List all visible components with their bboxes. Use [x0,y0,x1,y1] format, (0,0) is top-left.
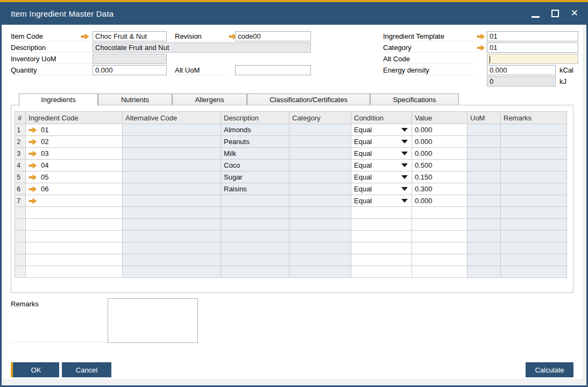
ingredient-code-cell[interactable] [26,219,123,231]
condition-cell[interactable]: Equal [351,136,412,148]
condition-dropdown[interactable]: Equal [354,171,409,183]
ingredient-template-link-arrow-icon[interactable] [477,33,485,40]
ingredient-link-arrow-icon[interactable] [29,139,37,145]
remarks-cell [501,254,567,266]
dropdown-arrow-icon [401,175,408,179]
condition-cell[interactable]: Equal [351,148,412,160]
condition-cell[interactable]: Equal [351,195,412,207]
tab-classification-certificates[interactable]: Classification/Certificates [247,94,370,105]
ingredient-code-cell[interactable]: 01 [26,124,123,136]
calculate-button[interactable]: Calculate [526,362,573,377]
item-code-link-arrow-icon[interactable] [81,33,89,40]
revision-label: Revision [175,32,226,41]
condition-dropdown[interactable]: Equal [354,148,409,159]
row-number-cell [15,231,26,242]
condition-cell[interactable]: Equal [351,183,412,195]
table-row [15,266,567,278]
ingredient-code-cell[interactable]: 04 [26,160,123,171]
ingredient-code-cell[interactable]: 06 [26,183,123,195]
tab-specifications[interactable]: Specifications [370,94,459,105]
value-cell[interactable] [412,254,467,266]
value-cell[interactable] [412,242,467,254]
ingredient-code-cell[interactable]: 05 [26,171,123,183]
alt-uom-field[interactable] [235,65,311,75]
ingredient-link-arrow-icon[interactable] [29,127,37,133]
tab-allergens[interactable]: Allergens [172,94,247,105]
row-number-cell [15,219,26,231]
value-cell[interactable]: 0.000 [412,136,467,148]
ingredient-link-arrow-icon[interactable] [29,150,37,157]
ingredient-code-text: 04 [41,161,48,169]
revision-field[interactable]: code00 [235,31,311,41]
ingredient-link-arrow-icon[interactable] [29,186,37,192]
category-field[interactable]: 01 [487,42,578,53]
condition-cell[interactable] [351,266,412,278]
ingredient-code-cell[interactable] [26,254,123,266]
ingredient-link-arrow-icon[interactable] [29,162,37,169]
value-cell[interactable]: 0.000 [412,124,467,136]
ingredient-code-cell[interactable] [26,207,123,219]
minimize-icon[interactable] [532,16,540,18]
condition-cell[interactable] [351,242,412,254]
ingredient-code-text: 01 [41,126,48,134]
category-cell [289,242,351,254]
value-cell[interactable] [412,219,467,231]
alt-code-field[interactable] [487,54,578,64]
value-cell[interactable]: 0.000 [412,148,467,160]
category-label: Category [383,43,474,53]
dropdown-arrow-icon [401,199,408,203]
ingredient-code-cell[interactable]: 02 [26,136,123,148]
text-cursor [490,56,490,63]
condition-cell[interactable] [351,231,412,242]
value-cell[interactable]: 0.300 [412,183,467,195]
ingredient-template-field[interactable]: 01 [487,31,578,41]
ingredient-code-cell[interactable] [26,242,123,254]
alternative-code-cell [123,254,221,266]
condition-cell[interactable]: Equal [351,124,412,136]
ok-button[interactable]: OK [11,362,59,377]
condition-dropdown[interactable]: Equal [354,136,409,147]
ingredient-link-arrow-icon[interactable] [29,174,37,181]
alternative-code-cell [123,136,221,148]
value-cell[interactable] [412,266,467,278]
condition-cell[interactable] [351,254,412,266]
ingredient-link-arrow-icon[interactable] [29,198,37,204]
condition-cell[interactable]: Equal [351,171,412,183]
category-link-arrow-icon[interactable] [477,45,485,51]
condition-dropdown[interactable]: Equal [354,183,409,195]
table-row: 4 04 Coco Equal 0.500 [15,160,567,171]
ingredient-code-cell[interactable] [26,195,123,207]
titlebar[interactable]: Item Ingredient Master Data ✕ [0,2,588,25]
value-cell[interactable] [412,231,467,242]
value-cell[interactable]: 0.500 [412,160,467,171]
condition-cell[interactable]: Equal [351,160,412,171]
condition-dropdown[interactable]: Equal [354,124,409,135]
close-icon[interactable]: ✕ [571,10,578,17]
condition-dropdown[interactable]: Equal [354,195,409,206]
condition-cell[interactable] [351,207,412,219]
description-cell [221,207,289,219]
ingredient-code-cell[interactable]: 03 [26,148,123,160]
quantity-field[interactable]: 0.000 [93,65,167,75]
row-number-cell: 6 [15,183,26,195]
remarks-underline [11,342,108,342]
table-row: 6 06 Raisins Equal 0.300 [15,183,567,195]
ingredient-code-cell[interactable] [26,266,123,278]
cancel-button[interactable]: Cancel [62,362,111,377]
maximize-icon[interactable] [551,10,559,17]
value-cell[interactable] [412,207,467,219]
col-header-uom: UoM [467,112,501,124]
tab-ingredients[interactable]: Ingredients [19,94,98,106]
remarks-textarea[interactable] [108,298,198,343]
ingredient-code-cell[interactable] [26,231,123,242]
ingredient-code-text: 02 [41,138,48,146]
value-cell[interactable]: 0.150 [412,171,467,183]
value-cell[interactable]: 0.000 [412,195,467,207]
condition-dropdown[interactable]: Equal [354,160,409,171]
item-code-field[interactable]: Choc Fruit & Nut [93,31,167,41]
tab-nutrients[interactable]: Nutrients [98,94,172,105]
col-header-description: Description [221,112,289,124]
energy-density-field[interactable]: 0.000 [487,65,556,75]
condition-cell[interactable] [351,219,412,231]
dropdown-arrow-icon [401,163,408,167]
